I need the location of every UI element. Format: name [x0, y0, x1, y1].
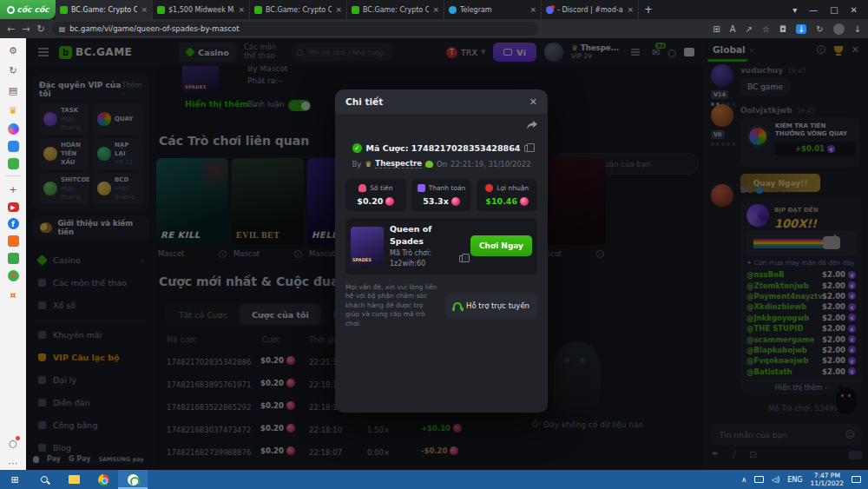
language-indicator[interactable]: ENG: [787, 476, 802, 484]
crown-icon[interactable]: ♛: [6, 103, 20, 117]
gear-icon[interactable]: ⚙: [6, 43, 20, 57]
chat-app-icon[interactable]: [8, 141, 19, 152]
history-icon[interactable]: ↻: [6, 63, 20, 77]
browser-tab[interactable]: Telegram ×: [444, 0, 542, 19]
modal-close-icon[interactable]: ✕: [529, 96, 537, 108]
theme-icon[interactable]: [8, 270, 19, 281]
tab-title: Telegram: [460, 6, 526, 14]
stat-box: Thanh toán 53.3x: [411, 179, 472, 211]
close-button[interactable]: ✕: [851, 5, 858, 15]
bcgame-page: SPADES By Mascot Phát ra:-- Hiển thị thê…: [26, 38, 868, 470]
forward-button[interactable]: →: [22, 23, 30, 35]
browser-tab[interactable]: BC.Game: Crypto Casino Gan ×: [250, 0, 347, 19]
browser-tab[interactable]: BC.Game: Crypto Casino Gan ×: [347, 0, 444, 19]
file-explorer-icon[interactable]: [59, 470, 89, 489]
player-name-link[interactable]: Thespectre: [375, 159, 422, 169]
tab-search-icon[interactable]: ▾: [792, 5, 797, 15]
browser-tab[interactable]: - Discord | #mod-announc ×: [542, 0, 639, 19]
thumbnail-caption: SPADES: [352, 257, 372, 262]
copy-icon[interactable]: [524, 145, 530, 152]
copy-icon[interactable]: [459, 255, 464, 262]
more-icon[interactable]: ⋯: [6, 456, 20, 470]
game-name: Queen of Spades: [390, 223, 464, 248]
support-row: Mọi vấn đề, xin vui lòng liên hệ với bộ …: [345, 283, 537, 329]
stat-value: $10.46: [485, 196, 517, 206]
browser-tab[interactable]: BC.Game: Crypto Casino Gan ×: [56, 0, 153, 19]
browser-brand-label: cốc cốc: [17, 5, 49, 14]
modal-header: Chi tiết ✕: [335, 89, 548, 114]
downloads-icon[interactable]: ↓: [854, 24, 861, 34]
taskbar-search-icon[interactable]: [30, 470, 59, 489]
coccoc-menu-button[interactable]: cốc cốc: [0, 0, 56, 19]
reload-button[interactable]: ↻: [36, 23, 44, 35]
stat-icon: [418, 184, 425, 192]
bet-details-modal: Chi tiết ✕ ✓ Mã Cược: 174821702835342886…: [335, 89, 548, 413]
share-icon[interactable]: ↗: [746, 24, 753, 34]
browser-tab[interactable]: $1,500 Midweek Mascot Mul ×: [153, 0, 250, 19]
support-help-text: Mọi vấn đề, xin vui lòng liên hệ với bộ …: [345, 283, 438, 329]
start-button[interactable]: ⊞: [0, 470, 30, 489]
facebook-icon[interactable]: f: [8, 218, 19, 229]
verified-icon: ✓: [352, 143, 362, 153]
url-bar[interactable]: ▤ bc.game/vi/game/queen-of-spades-by-mas…: [52, 22, 538, 36]
browser-titlebar: cốc cốc BC.Game: Crypto Casino Gan × $1,…: [0, 0, 868, 19]
maximize-button[interactable]: □: [830, 5, 838, 15]
browser-toolbar: ← → ↻ ▤ bc.game/vi/game/queen-of-spades-…: [0, 19, 868, 38]
game-thumbnail[interactable]: SPADES: [351, 227, 384, 265]
stat-value: 53.3x: [423, 196, 449, 206]
tab-strip: BC.Game: Crypto Casino Gan × $1,500 Midw…: [56, 0, 639, 19]
system-tray: ∧ ◁) ENG 7:47 PM 11/1/2022: [741, 472, 868, 487]
youtube-icon[interactable]: ▶: [8, 202, 19, 212]
taskbar-clock[interactable]: 7:47 PM 11/1/2022: [811, 472, 844, 487]
tab-close-icon[interactable]: ×: [529, 5, 536, 14]
new-tab-button[interactable]: +: [639, 0, 658, 19]
site-info-icon[interactable]: ▤: [59, 25, 66, 33]
save-page-icon[interactable]: ⊞: [713, 24, 720, 34]
modal-title: Chi tiết: [345, 96, 383, 107]
tab-close-icon[interactable]: ×: [627, 5, 634, 14]
adblock-icon[interactable]: ◘: [779, 24, 786, 34]
bell-icon[interactable]: ○: [6, 436, 20, 450]
stat-box: Số tiền $0.20: [345, 179, 406, 211]
stat-value: $0.20: [357, 196, 383, 206]
tab-close-icon[interactable]: ×: [335, 5, 342, 14]
live-support-button[interactable]: Hỗ trợ trực tuyến: [445, 293, 537, 319]
tab-favicon: [546, 6, 554, 14]
games-icon[interactable]: [8, 158, 19, 169]
windows-taskbar: ⊞ ∧ ◁) ENG 7:47 PM 11/1/2022: [0, 470, 868, 489]
profile-avatar[interactable]: [833, 23, 845, 35]
share-icon[interactable]: [527, 121, 537, 130]
reading-list-icon[interactable]: ▤: [6, 83, 20, 97]
play-now-button[interactable]: Chơi Ngay: [470, 235, 532, 256]
tab-close-icon[interactable]: ×: [141, 5, 148, 14]
shopping-icon[interactable]: [8, 235, 19, 247]
action-center-icon[interactable]: [852, 476, 861, 483]
bet-timestamp: 22:21:19, 31/10/2022: [450, 160, 531, 169]
tab-title: BC.Game: Crypto Casino Gan: [71, 6, 137, 14]
headset-icon: [453, 302, 462, 309]
volume-icon[interactable]: ◁): [772, 476, 779, 484]
back-button[interactable]: ←: [7, 23, 15, 35]
tab-close-icon[interactable]: ×: [238, 5, 245, 14]
token-coin-icon: [385, 197, 394, 206]
download-manager-icon[interactable]: ↓: [796, 24, 806, 34]
coccoc-taskbar-icon[interactable]: [118, 470, 148, 489]
display-icon[interactable]: [754, 476, 764, 483]
hidden-icons-chevron[interactable]: ∧: [741, 476, 746, 484]
bet-author-row: By ♛ Thespectre On 22:21:19, 31/10/2022: [345, 159, 537, 169]
bet-id-row: ✓ Mã Cược: 1748217028353428864: [345, 143, 537, 153]
chrome-icon[interactable]: [89, 470, 118, 489]
sync-icon[interactable]: ↻: [816, 24, 823, 34]
tab-favicon: [352, 6, 359, 14]
add-shortcut-icon[interactable]: +: [6, 182, 20, 196]
minimize-button[interactable]: —: [809, 5, 818, 15]
modal-game-row: SPADES Queen of Spades Mã Trò chơi: 1z2w…: [345, 218, 537, 274]
tab-close-icon[interactable]: ×: [432, 5, 439, 14]
taskbar-date: 11/1/2022: [811, 479, 844, 487]
bookmark-star-icon[interactable]: ☆: [762, 24, 770, 34]
stat-icon: [485, 184, 493, 192]
translate-icon[interactable]: A: [730, 24, 736, 34]
messenger-icon[interactable]: [8, 123, 19, 135]
cart-icon[interactable]: ¤: [6, 287, 20, 301]
gift-icon[interactable]: [8, 253, 19, 264]
